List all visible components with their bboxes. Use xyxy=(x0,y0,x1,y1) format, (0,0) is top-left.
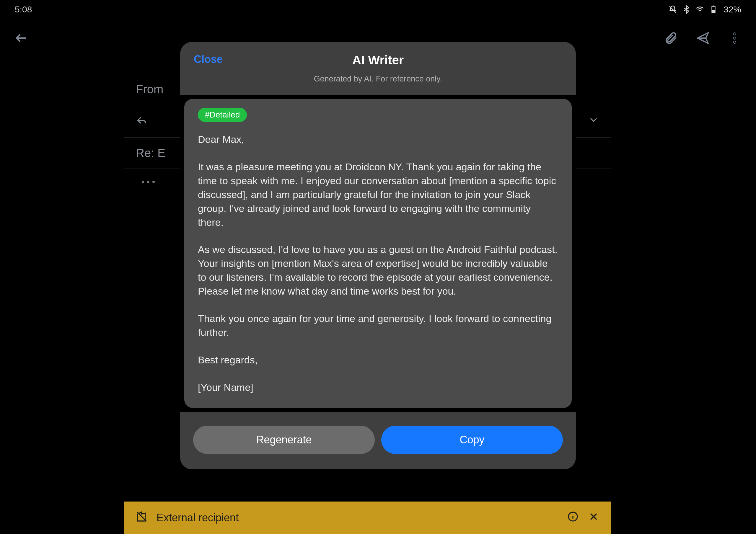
svg-point-3 xyxy=(734,33,736,35)
generated-para: As we discussed, I'd love to have you as… xyxy=(198,243,558,298)
svg-point-4 xyxy=(734,37,736,39)
copy-button[interactable]: Copy xyxy=(381,426,563,454)
attach-button[interactable] xyxy=(664,31,678,45)
modal-subtitle: Generated by AI. For reference only. xyxy=(192,74,564,91)
modal-body: #Detailed Dear Max, It was a pleasure me… xyxy=(184,99,572,408)
generated-para: Dear Max, xyxy=(198,133,558,147)
battery-percent: 32% xyxy=(723,4,741,14)
dnd-icon xyxy=(668,5,677,14)
generated-text: Dear Max, It was a pleasure meeting you … xyxy=(198,133,558,394)
status-time: 5:08 xyxy=(15,4,32,14)
chevron-down-icon[interactable] xyxy=(588,114,600,128)
external-recipient-banner: External recipient xyxy=(124,501,611,534)
reply-icon xyxy=(136,114,148,128)
modal-title: AI Writer xyxy=(192,53,564,67)
wifi-icon xyxy=(695,5,705,14)
battery-icon xyxy=(709,5,718,14)
external-recipient-label: External recipient xyxy=(156,512,239,524)
generated-para: [Your Name] xyxy=(198,381,558,394)
generated-para: Best regards, xyxy=(198,353,558,367)
modal-footer: Regenerate Copy xyxy=(180,412,576,469)
modal-header: Close AI Writer Generated by AI. For ref… xyxy=(180,42,576,95)
svg-point-5 xyxy=(734,41,736,43)
generated-para: Thank you once again for your time and g… xyxy=(198,312,558,339)
send-button[interactable] xyxy=(696,31,710,45)
generated-para: It was a pleasure meeting you at Droidco… xyxy=(198,160,558,229)
close-banner-button[interactable] xyxy=(588,511,600,525)
from-label: From xyxy=(136,83,163,96)
svg-rect-2 xyxy=(713,6,714,7)
external-domain-icon xyxy=(136,511,148,525)
bluetooth-icon xyxy=(682,5,691,14)
detail-tag-pill: #Detailed xyxy=(198,108,247,122)
back-button[interactable] xyxy=(14,31,28,45)
modal-body-wrap: #Detailed Dear Max, It was a pleasure me… xyxy=(180,95,576,412)
subject-field[interactable]: Re: E xyxy=(136,147,165,160)
status-right-cluster: 32% xyxy=(668,4,741,14)
svg-rect-1 xyxy=(712,10,715,13)
overflow-menu-button[interactable] xyxy=(728,31,742,45)
regenerate-button[interactable]: Regenerate xyxy=(193,426,375,454)
status-bar: 5:08 32% xyxy=(0,0,756,19)
info-icon[interactable] xyxy=(567,511,579,525)
ai-writer-modal: Close AI Writer Generated by AI. For ref… xyxy=(180,42,576,469)
close-button[interactable]: Close xyxy=(194,53,223,66)
